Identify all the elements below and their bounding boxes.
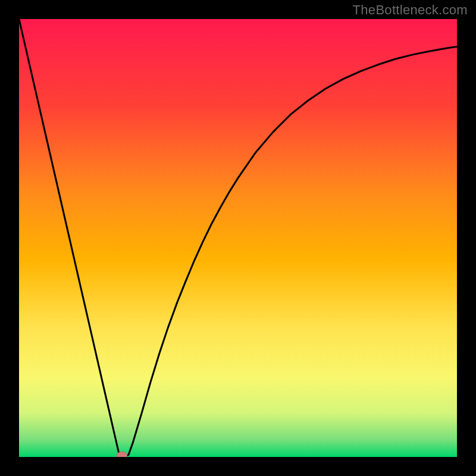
gradient-background <box>19 19 457 457</box>
plot-area <box>19 19 457 457</box>
chart-canvas <box>19 19 457 457</box>
chart-frame: TheBottleneck.com <box>0 0 476 476</box>
watermark-text: TheBottleneck.com <box>353 2 468 18</box>
